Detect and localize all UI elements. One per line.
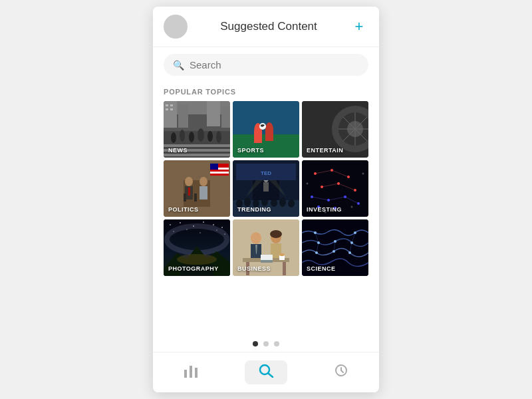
topic-label-trending: TRENDING (237, 206, 271, 213)
topics-grid: NEWS SPORTS (164, 101, 368, 276)
nav-item-search[interactable] (245, 360, 287, 384)
svg-point-90 (180, 222, 181, 223)
avatar[interactable] (164, 15, 188, 39)
svg-point-93 (213, 224, 214, 225)
topic-card-photography[interactable]: PHOTOGRAPHY (164, 219, 230, 276)
search-nav-icon (258, 363, 274, 382)
pagination-dot-3[interactable] (274, 341, 279, 346)
svg-rect-48 (210, 164, 218, 170)
svg-text:TED: TED (261, 170, 271, 176)
svg-point-85 (351, 206, 353, 208)
svg-point-7 (180, 130, 185, 142)
history-icon (333, 363, 349, 382)
header: Suggested Content + (153, 7, 379, 47)
search-input[interactable] (190, 59, 359, 70)
topic-label-entertainment: ENTERTAIN (307, 147, 343, 154)
page-title: Suggested Content (188, 20, 350, 33)
svg-point-84 (362, 173, 364, 175)
pagination-dots (153, 333, 379, 352)
svg-rect-14 (207, 101, 220, 126)
svg-rect-115 (261, 255, 273, 260)
svg-point-9 (198, 128, 204, 142)
topic-label-politics: POLITICS (168, 206, 199, 213)
svg-point-92 (203, 221, 204, 223)
svg-point-89 (170, 224, 171, 225)
svg-line-139 (341, 370, 343, 372)
search-container: 🔍 (153, 47, 379, 82)
phone-container: Suggested Content + 🔍 POPULAR TOPICS (153, 7, 379, 392)
svg-point-8 (189, 132, 194, 142)
svg-rect-25 (265, 130, 273, 141)
topic-card-news[interactable]: NEWS (164, 101, 230, 158)
svg-rect-18 (166, 108, 168, 110)
topic-label-business: BUSINESS (237, 265, 271, 272)
topic-label-investing: INVESTING (307, 206, 342, 213)
section-label: POPULAR TOPICS (164, 88, 368, 96)
add-button[interactable]: + (350, 17, 368, 36)
svg-point-83 (307, 183, 309, 185)
svg-rect-47 (210, 172, 229, 174)
svg-line-136 (268, 374, 273, 378)
svg-rect-19 (170, 108, 173, 110)
chart-icon (183, 363, 199, 382)
nav-item-history[interactable] (320, 360, 362, 384)
topic-card-politics[interactable]: POLITICS (164, 160, 230, 217)
svg-point-117 (279, 253, 285, 256)
topic-label-science: SCIENCE (307, 265, 336, 272)
svg-rect-13 (178, 104, 188, 128)
svg-rect-134 (195, 368, 198, 378)
nav-item-chart[interactable] (170, 360, 212, 384)
svg-point-56 (279, 198, 286, 207)
svg-rect-17 (170, 104, 173, 106)
search-icon: 🔍 (173, 60, 184, 70)
svg-point-94 (221, 227, 223, 228)
topic-card-investing[interactable]: INVESTING (302, 160, 368, 217)
search-bar[interactable]: 🔍 (164, 54, 368, 76)
topic-label-news: NEWS (168, 147, 188, 154)
topic-card-science[interactable]: SCIENCE (302, 219, 368, 276)
svg-point-11 (216, 131, 221, 143)
topic-card-trending[interactable]: TED TRENDING (233, 160, 299, 217)
svg-rect-113 (283, 262, 286, 275)
bottom-nav (153, 352, 379, 392)
svg-point-6 (171, 132, 176, 143)
svg-point-105 (251, 232, 261, 244)
topic-label-photography: PHOTOGRAPHY (168, 265, 219, 272)
topic-card-entertainment[interactable]: ENTERTAIN (302, 101, 368, 158)
svg-rect-23 (254, 131, 262, 143)
svg-rect-16 (166, 104, 168, 106)
pagination-dot-2[interactable] (263, 341, 269, 346)
svg-rect-60 (263, 182, 269, 192)
topic-card-business[interactable]: BUSINESS (233, 219, 299, 276)
svg-rect-15 (221, 106, 230, 128)
svg-point-103 (177, 254, 217, 265)
svg-point-110 (270, 230, 282, 238)
pagination-dot-1[interactable] (253, 341, 258, 346)
svg-point-97 (200, 232, 200, 233)
svg-point-52 (244, 198, 251, 207)
svg-rect-132 (184, 370, 187, 378)
topic-card-sports[interactable]: SPORTS (233, 101, 299, 158)
topics-section: POPULAR TOPICS (153, 82, 379, 333)
svg-point-57 (288, 200, 295, 207)
topic-label-sports: SPORTS (237, 147, 264, 154)
svg-rect-5 (164, 154, 230, 156)
svg-point-10 (207, 131, 213, 142)
svg-rect-133 (190, 366, 192, 378)
